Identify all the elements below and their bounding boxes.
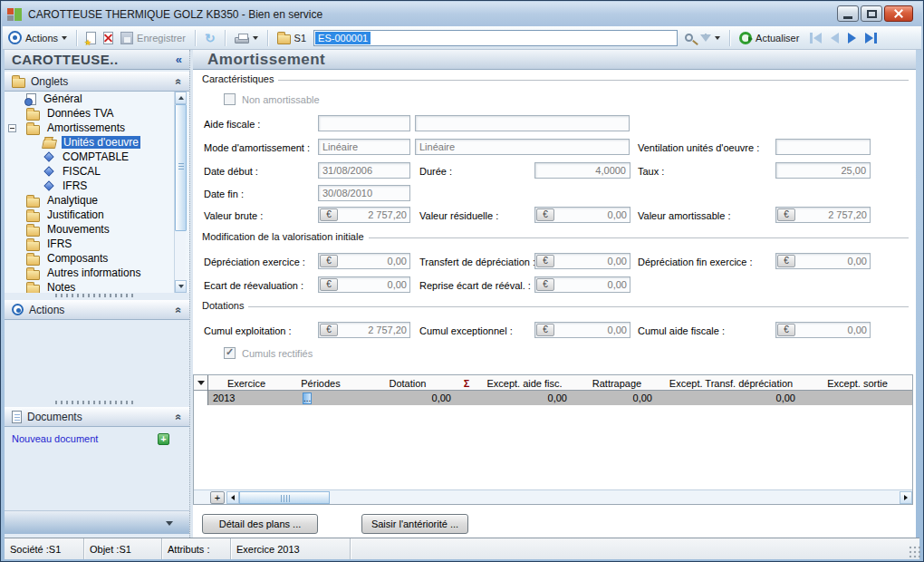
currency-button[interactable]: € <box>536 324 554 336</box>
detail-des-plans-button[interactable]: Détail des plans ... <box>202 514 318 534</box>
col-except-aide-fisc[interactable]: Except. aide fisc. <box>475 378 574 389</box>
valeur-brute-field[interactable]: € 2 757,20 <box>318 207 410 223</box>
periodes-ellipsis-button[interactable]: ... <box>303 392 312 404</box>
aide-fiscale-field-1[interactable] <box>318 115 410 131</box>
panel-splitter-handle[interactable] <box>55 294 137 297</box>
ventilation-field[interactable] <box>775 139 871 155</box>
previous-record-button[interactable] <box>831 33 839 44</box>
currency-button[interactable]: € <box>320 324 338 336</box>
collapse-sidebar-icon[interactable]: « <box>176 55 182 64</box>
tree-item-notes[interactable]: Notes <box>5 280 189 293</box>
currency-button[interactable]: € <box>536 255 554 267</box>
actions-menu-button[interactable]: Actions <box>22 31 71 45</box>
scroll-down-button[interactable] <box>175 280 187 293</box>
new-document-link[interactable]: Nouveau document <box>12 433 158 444</box>
row-selector-cell[interactable] <box>194 391 208 405</box>
resize-grip[interactable] <box>909 546 921 558</box>
mode-amortissement-field-1[interactable]: Linéaire <box>318 139 410 155</box>
panel-onglets-header[interactable]: Onglets « <box>5 72 189 92</box>
tree-item-general[interactable]: Général <box>5 92 189 106</box>
tree-item-comptable[interactable]: COMPTABLE <box>5 150 189 164</box>
scrollbar-thumb[interactable] <box>175 104 187 231</box>
next-record-button[interactable] <box>848 33 856 44</box>
print-button[interactable] <box>231 31 262 45</box>
save-button[interactable]: Enregistrer <box>117 30 189 46</box>
minimize-button[interactable] <box>837 5 859 22</box>
col-except-transf-depreciation[interactable]: Except. Transf. dépréciation <box>659 378 803 389</box>
col-except-sortie[interactable]: Except. sortie <box>803 378 912 389</box>
depreciation-fin-field[interactable]: € 0,00 <box>775 253 871 269</box>
col-periodes[interactable]: Périodes <box>284 378 357 389</box>
tree-item-ifrs[interactable]: IFRS <box>5 237 189 251</box>
last-record-button[interactable] <box>865 33 877 44</box>
scroll-right-button[interactable] <box>900 491 912 504</box>
depreciation-exercice-field[interactable]: € 0,00 <box>318 253 410 269</box>
transfert-depreciation-field[interactable]: € 0,00 <box>534 253 630 269</box>
row-selector-header[interactable] <box>194 375 208 391</box>
tree-item-ifrs-plan[interactable]: IFRS <box>5 179 189 193</box>
tree-item-donnees-tva[interactable]: Données TVA <box>5 106 189 121</box>
add-row-button[interactable]: + <box>210 491 225 504</box>
new-record-button[interactable] <box>82 30 100 46</box>
mode-amortissement-field-2[interactable]: Linéaire <box>415 139 630 155</box>
scroll-up-button[interactable] <box>175 92 187 104</box>
currency-button[interactable]: € <box>777 324 795 336</box>
panel-actions-header[interactable]: Actions « <box>5 300 189 320</box>
record-id-input[interactable]: ES-000001 <box>313 30 678 46</box>
sidebar-bottom-bar[interactable] <box>5 510 189 534</box>
first-record-button[interactable] <box>810 33 822 44</box>
collapse-node-icon[interactable] <box>8 124 16 132</box>
date-fin-field[interactable]: 30/08/2010 <box>318 185 410 201</box>
scroll-left-button[interactable] <box>226 491 239 504</box>
aide-fiscale-field-2[interactable] <box>415 115 630 131</box>
status-empty <box>351 538 919 559</box>
workspace-button[interactable]: S1 <box>274 29 310 46</box>
currency-button[interactable]: € <box>536 278 554 291</box>
add-document-button[interactable]: + <box>158 433 169 445</box>
close-button[interactable] <box>884 5 913 22</box>
currency-button[interactable]: € <box>320 278 338 291</box>
date-debut-field[interactable]: 31/08/2006 <box>318 162 410 179</box>
currency-button[interactable]: € <box>777 255 795 267</box>
tree-item-autres-informations[interactable]: Autres informations <box>5 266 189 280</box>
col-sigma[interactable]: Σ <box>458 378 475 389</box>
tree-item-mouvements[interactable]: Mouvements <box>5 222 189 237</box>
currency-button[interactable]: € <box>777 208 795 221</box>
cumul-exploitation-field[interactable]: € 2 757,20 <box>318 322 410 338</box>
saisir-anteriorite-button[interactable]: Saisir l'antériorité ... <box>361 514 468 534</box>
filter-button[interactable] <box>697 33 724 44</box>
table-row-2013[interactable]: 2013 ... 0,00 0,00 0,00 0,00 <box>194 391 912 405</box>
cumul-aide-fiscale-field[interactable]: € 0,00 <box>775 322 871 338</box>
col-rattrapage[interactable]: Rattrapage <box>574 378 659 389</box>
panel-documents-header[interactable]: Documents « <box>5 407 189 427</box>
tree-item-unites-doeuvre[interactable]: Unités d'oeuvre <box>5 135 189 150</box>
actualiser-label: Actualiser <box>756 33 799 44</box>
valeur-amortissable-field[interactable]: € 2 757,20 <box>775 207 871 223</box>
ecart-reevaluation-field[interactable]: € 0,00 <box>318 276 410 293</box>
col-exercice[interactable]: Exercice <box>208 378 284 389</box>
currency-button[interactable]: € <box>536 208 554 221</box>
tree-item-composants[interactable]: Composants <box>5 251 189 266</box>
tree-item-fiscal[interactable]: FISCAL <box>5 164 189 179</box>
col-dotation[interactable]: Dotation <box>357 378 458 389</box>
currency-button[interactable]: € <box>320 255 338 267</box>
valeur-residuelle-field[interactable]: € 0,00 <box>534 207 630 223</box>
tree-item-justification[interactable]: Justification <box>5 208 189 222</box>
panel-splitter-handle[interactable] <box>55 401 137 404</box>
tree-item-analytique[interactable]: Analytique <box>5 193 189 208</box>
currency-button[interactable]: € <box>320 208 338 221</box>
search-button[interactable] <box>681 32 697 44</box>
reload-button[interactable]: ↻ <box>201 30 219 46</box>
delete-record-button[interactable] <box>100 30 117 46</box>
maximize-button[interactable] <box>861 5 882 22</box>
reprise-ecart-field[interactable]: € 0,00 <box>534 276 630 293</box>
tree-item-amortissements[interactable]: Amortissements <box>5 121 189 135</box>
tree-scrollbar[interactable] <box>174 92 186 293</box>
actualiser-button[interactable]: Actualiser <box>736 30 803 46</box>
cumul-exceptionnel-field[interactable]: € 0,00 <box>534 322 630 338</box>
taux-field[interactable]: 25,00 <box>775 162 871 179</box>
hscrollbar-thumb[interactable] <box>239 491 330 504</box>
arrow-down-icon <box>178 285 184 288</box>
duree-field[interactable]: 4,0000 <box>534 162 630 179</box>
hscrollbar-track[interactable] <box>330 491 900 504</box>
